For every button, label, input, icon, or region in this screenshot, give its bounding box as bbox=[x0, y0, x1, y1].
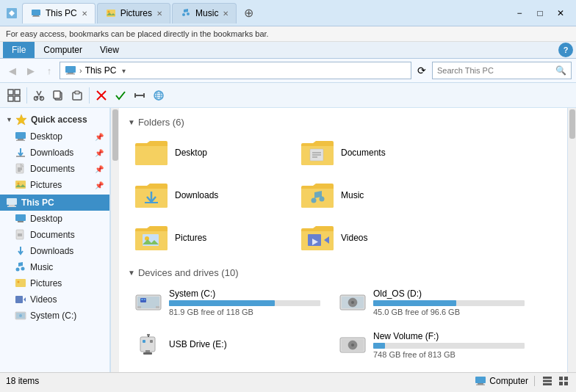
tab-music-label: Music bbox=[195, 8, 218, 18]
sidebar-item-desktop-qa[interactable]: Desktop 📌 bbox=[0, 128, 109, 145]
ribbon-tab-computer[interactable]: Computer bbox=[35, 42, 91, 58]
svg-rect-98 bbox=[543, 383, 552, 385]
ribbon-tab-file[interactable]: File bbox=[3, 42, 35, 58]
drive-item-usb[interactable]: USB Drive (E:) bbox=[128, 327, 326, 363]
view-large-icons-button[interactable] bbox=[557, 374, 570, 388]
sidebar-item-pictures-pc[interactable]: Pictures bbox=[0, 275, 109, 291]
maximize-button[interactable]: □ bbox=[530, 6, 550, 21]
sidebar-item-music-pc[interactable]: Music bbox=[0, 259, 109, 275]
ribbon-tabs: File Computer View ? bbox=[0, 42, 576, 58]
content-scrollbar[interactable] bbox=[567, 108, 576, 372]
folder-icon-documents bbox=[300, 138, 335, 167]
sidebar-container: ▼ Quick access Desktop 📌 Downloads 📌 Do bbox=[0, 108, 119, 372]
documents-icon-pc bbox=[15, 229, 26, 241]
sidebar-videos-pc-label: Videos bbox=[30, 294, 57, 305]
window-controls: − □ ✕ bbox=[510, 6, 570, 21]
ribbon-tab-view[interactable]: View bbox=[91, 42, 128, 58]
sidebar-item-documents-qa[interactable]: Documents 📌 bbox=[0, 161, 109, 177]
toolbar-delete-btn[interactable] bbox=[93, 85, 110, 106]
svg-rect-10 bbox=[66, 73, 75, 75]
sidebar-item-downloads-pc[interactable]: Downloads bbox=[0, 243, 109, 259]
drive-item-system-c[interactable]: System (C:) 81.9 GB free of 118 GB bbox=[128, 284, 326, 321]
folders-header-text: Folders (6) bbox=[138, 117, 184, 128]
tab-pictures-close[interactable]: ✕ bbox=[156, 10, 162, 18]
svg-marker-55 bbox=[24, 297, 26, 302]
tab-this-pc[interactable]: This PC ✕ bbox=[22, 3, 96, 23]
help-button[interactable]: ? bbox=[558, 43, 573, 57]
forward-button[interactable]: ▶ bbox=[23, 62, 39, 79]
toolbar-rename-btn[interactable] bbox=[131, 85, 148, 106]
sidebar-item-desktop-pc[interactable]: Desktop bbox=[0, 211, 109, 227]
svg-rect-54 bbox=[15, 296, 23, 303]
address-dropdown-icon[interactable]: ▾ bbox=[122, 67, 126, 75]
svg-point-65 bbox=[320, 197, 325, 202]
folder-icon-music bbox=[300, 181, 335, 210]
quick-access-header[interactable]: ▼ Quick access bbox=[0, 111, 109, 128]
sidebar-item-this-pc[interactable]: This PC bbox=[0, 195, 109, 211]
tab-music-close[interactable]: ✕ bbox=[223, 10, 228, 18]
toolbar-layout-btn[interactable] bbox=[4, 85, 24, 106]
pictures-icon bbox=[105, 7, 117, 19]
folders-section-header[interactable]: ▼ Folders (6) bbox=[128, 117, 558, 128]
tab-pictures-label: Pictures bbox=[120, 8, 152, 18]
sidebar: ▼ Quick access Desktop 📌 Downloads 📌 Do bbox=[0, 108, 110, 372]
folder-music-label: Music bbox=[341, 190, 364, 200]
toolbar-sep-2 bbox=[89, 87, 90, 104]
toolbar-check-btn[interactable] bbox=[112, 85, 129, 106]
sidebar-item-documents-pc[interactable]: Documents bbox=[0, 227, 109, 243]
folders-chevron-icon: ▼ bbox=[128, 118, 135, 126]
sidebar-system-c-label: System (C:) bbox=[30, 311, 76, 321]
folder-item-videos[interactable]: Videos bbox=[294, 219, 456, 257]
toolbar-paste-btn[interactable] bbox=[68, 85, 86, 106]
sidebar-item-system-c[interactable]: System (C:) bbox=[0, 308, 109, 324]
folder-item-music[interactable]: Music bbox=[294, 176, 456, 214]
drive-system-c-bar-fill bbox=[169, 300, 275, 306]
svg-rect-102 bbox=[564, 382, 568, 385]
sidebar-item-pictures-qa[interactable]: Pictures 📌 bbox=[0, 177, 109, 193]
svg-rect-44 bbox=[7, 206, 16, 208]
toolbar-globe-btn[interactable] bbox=[150, 85, 168, 106]
drive-item-old-os[interactable]: Old_OS (D:) 45.0 GB free of 96.6 GB bbox=[332, 284, 530, 321]
address-field[interactable]: › This PC ▾ bbox=[60, 62, 411, 79]
delete-icon bbox=[96, 90, 107, 101]
svg-rect-4 bbox=[107, 10, 115, 17]
svg-rect-86 bbox=[150, 340, 153, 343]
view-details-button[interactable] bbox=[541, 374, 554, 388]
new-tab-button[interactable]: ⊕ bbox=[238, 3, 259, 23]
tab-music[interactable]: Music ✕ bbox=[172, 3, 237, 23]
sidebar-item-downloads-qa[interactable]: Downloads 📌 bbox=[0, 145, 109, 161]
svg-point-53 bbox=[18, 281, 20, 283]
drive-info-old-os: Old_OS (D:) 45.0 GB free of 96.6 GB bbox=[373, 288, 525, 316]
back-button[interactable]: ◀ bbox=[4, 62, 21, 79]
folder-videos-label: Videos bbox=[341, 233, 367, 243]
this-pc-section: This PC Desktop Documents Downloads Musi… bbox=[0, 195, 109, 324]
up-button[interactable]: ↑ bbox=[41, 62, 57, 79]
tab-pictures[interactable]: Pictures ✕ bbox=[97, 3, 170, 23]
minimize-button[interactable]: − bbox=[510, 6, 529, 21]
window-icon bbox=[6, 7, 18, 19]
sidebar-scrollbar[interactable] bbox=[110, 108, 119, 372]
toolbar-cut-btn[interactable] bbox=[30, 85, 48, 106]
folder-item-documents[interactable]: Documents bbox=[294, 134, 456, 172]
refresh-button[interactable]: ⟳ bbox=[414, 62, 430, 79]
quick-access-chevron: ▼ bbox=[6, 116, 12, 123]
drive-old-os-free: 45.0 GB free of 96.6 GB bbox=[373, 308, 525, 316]
folder-item-desktop[interactable]: Desktop bbox=[128, 134, 289, 172]
sidebar-item-videos-pc[interactable]: Videos bbox=[0, 291, 109, 308]
close-button[interactable]: ✕ bbox=[551, 6, 570, 21]
drive-item-new-volume[interactable]: New Volume (F:) 748 GB free of 813 GB bbox=[332, 327, 530, 363]
drive-old-os-name: Old_OS (D:) bbox=[373, 288, 525, 299]
status-right: Computer bbox=[475, 374, 570, 388]
tab-this-pc-close[interactable]: ✕ bbox=[82, 10, 87, 18]
svg-point-81 bbox=[351, 301, 354, 304]
quick-access-icon bbox=[15, 114, 27, 126]
svg-point-92 bbox=[351, 344, 354, 346]
desktop-icon-qa bbox=[15, 131, 26, 142]
downloads-icon-pc bbox=[15, 245, 26, 257]
folder-item-downloads[interactable]: Downloads bbox=[128, 176, 289, 214]
drives-section-header[interactable]: ▼ Devices and drives (10) bbox=[128, 267, 558, 278]
toolbar-copy-btn[interactable] bbox=[49, 85, 67, 106]
address-separator: › bbox=[79, 66, 82, 75]
search-input[interactable] bbox=[437, 66, 555, 75]
folder-item-pictures[interactable]: Pictures bbox=[128, 219, 289, 257]
